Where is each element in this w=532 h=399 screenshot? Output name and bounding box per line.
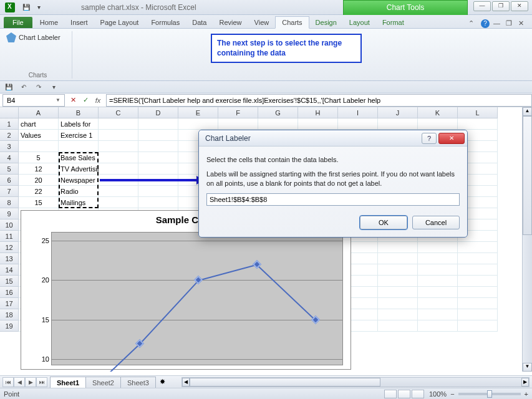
tab-design[interactable]: Design [309, 17, 343, 28]
vscroll-thumb[interactable] [523, 116, 532, 235]
row-header[interactable]: 17 [0, 298, 19, 309]
cell[interactable]: Newspaper [59, 175, 99, 186]
cell[interactable] [138, 163, 178, 175]
cell[interactable] [138, 152, 178, 163]
tab-home[interactable]: Home [34, 17, 64, 28]
cell[interactable] [418, 287, 458, 298]
tab-formulas[interactable]: Formulas [145, 17, 186, 28]
cell[interactable] [378, 242, 418, 253]
tab-nav-prev-icon[interactable]: ◀ [14, 377, 25, 387]
cell[interactable] [458, 287, 498, 298]
cell[interactable] [418, 264, 458, 276]
cell[interactable] [138, 186, 178, 197]
cell[interactable] [458, 309, 498, 320]
tab-insert[interactable]: Insert [64, 17, 94, 28]
tab-review[interactable]: Review [213, 17, 248, 28]
column-header[interactable]: H [298, 107, 338, 118]
vertical-scrollbar[interactable]: ▲ ▼ [522, 107, 532, 372]
cell[interactable] [99, 118, 138, 130]
tab-nav-first-icon[interactable]: ⏮ [2, 377, 14, 387]
cell[interactable]: Radio [59, 186, 99, 197]
row-header[interactable]: 5 [0, 163, 19, 175]
cell[interactable] [138, 141, 178, 152]
column-header[interactable]: F [218, 107, 258, 118]
cell[interactable]: Base Sales [59, 152, 99, 163]
column-header[interactable]: D [138, 107, 178, 118]
view-page-layout-icon[interactable] [398, 390, 410, 398]
cell[interactable] [378, 253, 418, 264]
cell[interactable] [378, 309, 418, 320]
qat-save-icon[interactable]: 💾 [21, 2, 31, 12]
zoom-slider[interactable] [458, 393, 521, 395]
tab-nav-next-icon[interactable]: ▶ [25, 377, 36, 387]
cancel-button[interactable]: Cancel [412, 216, 460, 229]
cell[interactable] [418, 253, 458, 264]
sheet-tab-sheet3[interactable]: Sheet3 [120, 377, 156, 388]
column-header[interactable]: J [378, 107, 418, 118]
scroll-left-icon[interactable]: ◀ [182, 378, 190, 387]
cell[interactable] [59, 141, 99, 152]
cell[interactable]: chart [19, 118, 59, 130]
tab-file[interactable]: File [4, 17, 32, 28]
cell[interactable] [99, 141, 138, 152]
scroll-up-icon[interactable]: ▲ [523, 107, 532, 116]
workbook-minimize-icon[interactable]: — [493, 19, 502, 28]
cell[interactable] [458, 264, 498, 276]
tab-page-layout[interactable]: Page Layout [94, 17, 145, 28]
cell[interactable]: 12 [19, 163, 59, 175]
close-button[interactable]: ✕ [511, 1, 528, 11]
scroll-down-icon[interactable]: ▼ [523, 363, 532, 372]
sheet-tab-sheet1[interactable]: Sheet1 [50, 377, 86, 388]
column-header[interactable]: A [19, 107, 59, 118]
row-header[interactable]: 12 [0, 242, 19, 253]
minimize-button[interactable]: — [473, 1, 491, 11]
cell[interactable] [19, 141, 59, 152]
cell[interactable] [99, 152, 138, 163]
cell[interactable] [378, 298, 418, 309]
cancel-edit-icon[interactable]: ✕ [67, 95, 79, 106]
tab-format[interactable]: Format [376, 17, 410, 28]
view-normal-icon[interactable] [384, 390, 397, 398]
row-header[interactable]: 13 [0, 253, 19, 264]
cell[interactable] [99, 197, 138, 208]
sheet-tab-sheet2[interactable]: Sheet2 [85, 377, 121, 388]
column-header[interactable]: G [258, 107, 298, 118]
cell[interactable]: Mailings [59, 197, 99, 208]
column-header[interactable]: B [59, 107, 99, 118]
tab-charts[interactable]: Charts [275, 16, 309, 29]
cell[interactable] [378, 287, 418, 298]
column-header[interactable]: I [338, 107, 378, 118]
qat-save-icon-2[interactable]: 💾 [2, 82, 15, 92]
cell[interactable] [458, 118, 498, 130]
row-header[interactable]: 2 [0, 130, 19, 141]
qat-redo-icon[interactable]: ↷ [32, 82, 45, 92]
minimize-ribbon-icon[interactable]: ⌃ [468, 19, 477, 28]
cell[interactable] [338, 118, 378, 130]
cell[interactable] [298, 118, 338, 130]
cell[interactable] [418, 276, 458, 287]
ok-button[interactable]: OK [360, 216, 407, 229]
tab-data[interactable]: Data [186, 17, 213, 28]
cell[interactable] [258, 118, 298, 130]
row-header[interactable]: 10 [0, 219, 19, 231]
dialog-help-button[interactable]: ? [422, 133, 437, 144]
cell[interactable] [458, 320, 498, 332]
horizontal-scrollbar[interactable]: ◀ ▶ [181, 377, 530, 387]
qat-customize-icon[interactable]: ▾ [47, 82, 60, 92]
workbook-restore-icon[interactable]: ❐ [506, 19, 515, 28]
cell[interactable] [218, 118, 258, 130]
restore-button[interactable]: ❐ [492, 1, 510, 11]
zoom-slider-thumb[interactable] [487, 390, 492, 398]
cell[interactable] [378, 118, 418, 130]
column-header[interactable]: E [178, 107, 218, 118]
row-header[interactable]: 16 [0, 287, 19, 298]
row-header[interactable]: 9 [0, 208, 19, 219]
range-input[interactable] [206, 193, 460, 206]
cell[interactable] [178, 118, 218, 130]
qat-dropdown-icon[interactable]: ▾ [34, 2, 44, 12]
enter-edit-icon[interactable]: ✓ [80, 95, 91, 106]
cell[interactable] [458, 276, 498, 287]
scroll-right-icon[interactable]: ▶ [521, 378, 529, 387]
row-header[interactable]: 11 [0, 231, 19, 242]
row-header[interactable]: 7 [0, 186, 19, 197]
